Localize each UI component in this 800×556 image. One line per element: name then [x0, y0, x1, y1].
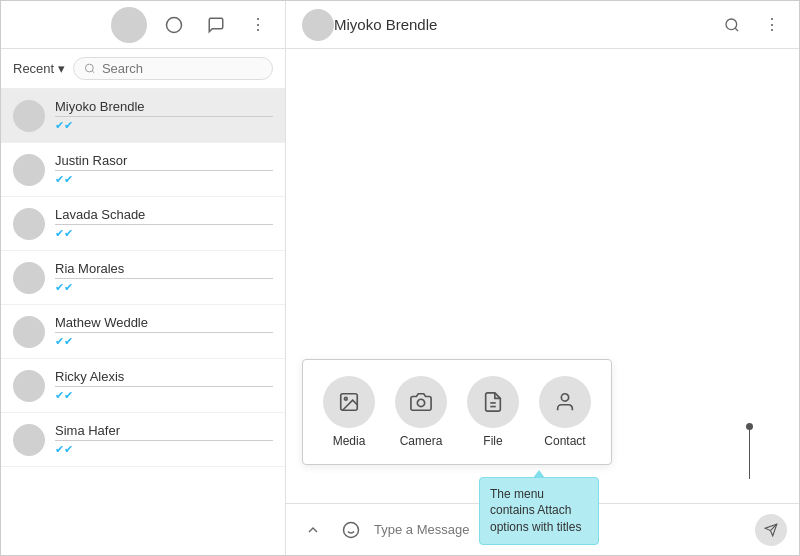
avatar	[13, 370, 45, 402]
contact-item[interactable]: Sima Hafer ✔✔	[1, 413, 285, 467]
svg-point-7	[417, 399, 424, 406]
svg-point-10	[561, 394, 568, 401]
more-options-icon[interactable]: ⋮	[243, 10, 273, 40]
chat-more-options-icon[interactable]: ⋮	[757, 10, 787, 40]
avatar	[13, 154, 45, 186]
user-avatar	[111, 7, 147, 43]
contact-name: Lavada Schade	[55, 207, 273, 225]
contact-item[interactable]: Justin Rasor ✔✔	[1, 143, 285, 197]
sidebar: Recent ▾ Miyoko Brendle ✔✔	[1, 49, 286, 555]
contact-item[interactable]: Mathew Weddle ✔✔	[1, 305, 285, 359]
read-receipt: ✔✔	[55, 335, 273, 348]
contact-info: Sima Hafer ✔✔	[55, 423, 273, 456]
svg-point-0	[167, 17, 182, 32]
contact-icon	[554, 391, 576, 413]
attach-option-contact[interactable]: Contact	[539, 376, 591, 448]
contact-info: Mathew Weddle ✔✔	[55, 315, 273, 348]
svg-point-11	[344, 522, 359, 537]
recent-label: Recent	[13, 61, 54, 76]
annotation-line	[749, 429, 750, 479]
contact-item[interactable]: Miyoko Brendle ✔✔	[1, 89, 285, 143]
attach-option-media[interactable]: Media	[323, 376, 375, 448]
contact-item[interactable]: Lavada Schade ✔✔	[1, 197, 285, 251]
contact-name: Mathew Weddle	[55, 315, 273, 333]
main-content: Recent ▾ Miyoko Brendle ✔✔	[1, 49, 799, 555]
svg-point-6	[344, 397, 347, 400]
read-receipt: ✔✔	[55, 227, 273, 240]
read-receipt: ✔✔	[55, 119, 273, 132]
emoji-icon[interactable]	[336, 515, 366, 545]
tooltip-text: The menu contains Attach options with ti…	[490, 487, 581, 535]
top-header: ⋮ Miyoko Brendle ⋮	[1, 1, 799, 49]
chevron-up-icon	[305, 522, 321, 538]
contact-list: Miyoko Brendle ✔✔ Justin Rasor ✔✔ Lavada…	[1, 89, 285, 555]
contact-name: Sima Hafer	[55, 423, 273, 441]
contact-info: Ria Morales ✔✔	[55, 261, 273, 294]
file-label: File	[483, 434, 502, 448]
tooltip-annotation: The menu contains Attach options with ti…	[479, 477, 599, 545]
contact-info: Ricky Alexis ✔✔	[55, 369, 273, 402]
contact-info: Lavada Schade ✔✔	[55, 207, 273, 240]
camera-label: Camera	[400, 434, 443, 448]
read-receipt: ✔✔	[55, 389, 273, 402]
read-receipt: ✔✔	[55, 443, 273, 456]
contact-item[interactable]: Ria Morales ✔✔	[1, 251, 285, 305]
contact-icon-circle	[539, 376, 591, 428]
file-icon-circle	[467, 376, 519, 428]
media-icon	[338, 391, 360, 413]
contact-name: Ricky Alexis	[55, 369, 273, 387]
header-right: Miyoko Brendle ⋮	[286, 1, 799, 48]
app-container: ⋮ Miyoko Brendle ⋮ Rece	[0, 0, 800, 556]
avatar	[13, 262, 45, 294]
chat-area: Media Camera	[286, 49, 799, 555]
contact-avatar-header	[302, 9, 334, 41]
contact-name: Ria Morales	[55, 261, 273, 279]
search-icon	[84, 62, 96, 75]
header-left: ⋮	[1, 1, 286, 48]
attach-option-camera[interactable]: Camera	[395, 376, 447, 448]
avatar	[13, 316, 45, 348]
new-chat-icon[interactable]	[159, 10, 189, 40]
avatar	[13, 208, 45, 240]
camera-icon-circle	[395, 376, 447, 428]
send-icon	[764, 523, 778, 537]
search-chat-icon[interactable]	[717, 10, 747, 40]
contact-item[interactable]: Ricky Alexis ✔✔	[1, 359, 285, 413]
recent-dropdown[interactable]: Recent ▾	[13, 61, 65, 76]
expand-attach-icon[interactable]	[298, 515, 328, 545]
read-receipt: ✔✔	[55, 281, 273, 294]
send-button[interactable]	[755, 514, 787, 546]
contact-name: Justin Rasor	[55, 153, 273, 171]
sidebar-filter-row: Recent ▾	[1, 49, 285, 89]
contact-label: Contact	[544, 434, 585, 448]
media-label: Media	[333, 434, 366, 448]
read-receipt: ✔✔	[55, 173, 273, 186]
attach-option-file[interactable]: File	[467, 376, 519, 448]
file-icon	[482, 391, 504, 413]
avatar	[13, 100, 45, 132]
smiley-icon	[342, 521, 360, 539]
message-icon[interactable]	[201, 10, 231, 40]
contact-info: Justin Rasor ✔✔	[55, 153, 273, 186]
chevron-down-icon: ▾	[58, 61, 65, 76]
media-icon-circle	[323, 376, 375, 428]
contact-name: Miyoko Brendle	[55, 99, 273, 117]
svg-point-3	[86, 64, 94, 72]
chat-header-icons: ⋮	[717, 10, 799, 40]
svg-line-2	[735, 28, 738, 31]
search-input[interactable]	[102, 61, 262, 76]
contact-info: Miyoko Brendle ✔✔	[55, 99, 273, 132]
search-box[interactable]	[73, 57, 273, 80]
svg-point-1	[726, 19, 737, 30]
attach-menu: Media Camera	[302, 359, 612, 465]
camera-icon	[410, 391, 432, 413]
contact-name-header: Miyoko Brendle	[334, 16, 717, 33]
svg-line-4	[92, 71, 94, 73]
avatar	[13, 424, 45, 456]
